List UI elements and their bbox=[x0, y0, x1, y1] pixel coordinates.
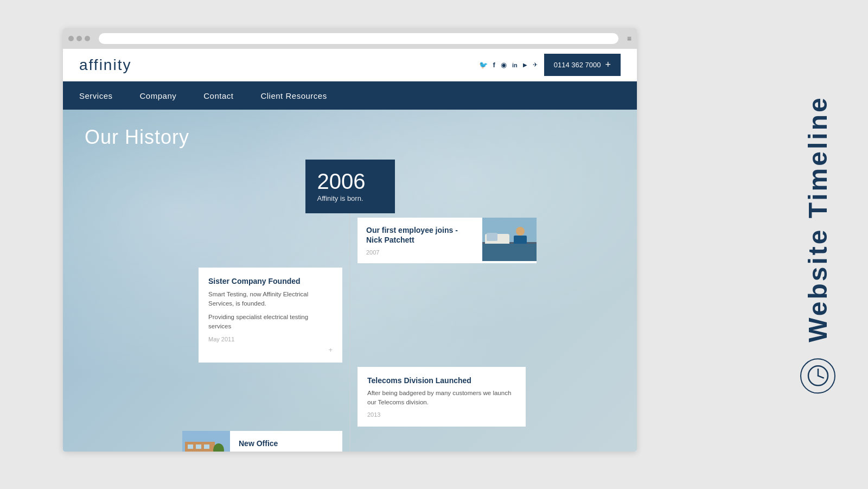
website-content: affinity 🐦 f ◉ in ▶ ✈ 0114 362 7000 + Se… bbox=[63, 49, 637, 452]
facebook-icon[interactable]: f bbox=[493, 61, 495, 69]
timeline-row-sister: Sister Company Founded Smart Testing, no… bbox=[85, 268, 615, 362]
plus-icon: + bbox=[605, 59, 611, 71]
card-first-employee: Our first employee joins - Nick Patchett… bbox=[358, 218, 537, 263]
employee-photo-svg bbox=[482, 218, 537, 261]
youtube-icon[interactable]: ▶ bbox=[523, 62, 527, 68]
timeline-wrapper: 2006 Affinity is born. Our first employe… bbox=[63, 160, 637, 452]
top-right-area: 🐦 f ◉ in ▶ ✈ 0114 362 7000 + bbox=[479, 54, 621, 76]
timeline-row-telecoms: Telecoms Division Launched After being b… bbox=[85, 367, 615, 427]
page-title: Our History bbox=[63, 110, 637, 160]
first-employee-text: Our first employee joins - Nick Patchett… bbox=[358, 218, 482, 263]
twitter-icon[interactable]: 🐦 bbox=[479, 61, 488, 69]
year-card-2006: 2006 Affinity is born. bbox=[305, 160, 395, 213]
clock-icon bbox=[800, 358, 835, 393]
tl-right-first-employee: Our first employee joins - Nick Patchett… bbox=[350, 218, 615, 263]
office-building-photo bbox=[182, 431, 230, 452]
address-bar[interactable] bbox=[99, 33, 618, 44]
top-bar: affinity 🐦 f ◉ in ▶ ✈ 0114 362 7000 + bbox=[63, 49, 637, 81]
nav-client-resources[interactable]: Client Resources bbox=[260, 91, 327, 100]
timeline-row-first-employee: Our first employee joins - Nick Patchett… bbox=[85, 218, 615, 263]
telecoms-title: Telecoms Division Launched bbox=[367, 376, 516, 385]
svg-rect-4 bbox=[514, 236, 527, 246]
phone-button[interactable]: 0114 362 7000 + bbox=[544, 54, 621, 76]
instagram-icon[interactable]: ◉ bbox=[501, 61, 507, 69]
tl-right-telecoms: Telecoms Division Launched After being b… bbox=[350, 367, 615, 427]
nav-services[interactable]: Services bbox=[79, 91, 113, 100]
right-annotation: Website Timeline bbox=[800, 96, 835, 393]
linkedin-icon[interactable]: in bbox=[512, 62, 518, 68]
sister-body2: Providing specialist electrical testing … bbox=[208, 313, 333, 332]
card-sister-company: Sister Company Founded Smart Testing, no… bbox=[199, 268, 342, 362]
nav-bar: Services Company Contact Client Resource… bbox=[63, 81, 637, 110]
dot-red bbox=[68, 36, 74, 41]
dot-green bbox=[85, 36, 90, 41]
card-new-office: New Office As part of recent growth we m… bbox=[182, 431, 342, 452]
new-office-title: New Office bbox=[239, 439, 334, 448]
tl-left-new-office: New Office As part of recent growth we m… bbox=[85, 431, 350, 452]
year-2006-subtitle: Affinity is born. bbox=[317, 194, 383, 202]
svg-rect-2 bbox=[482, 242, 537, 261]
phone-number: 0114 362 7000 bbox=[554, 61, 601, 69]
email-icon[interactable]: ✈ bbox=[533, 61, 538, 68]
sister-body1: Smart Testing, now Affinity Electrical S… bbox=[208, 290, 333, 309]
telecoms-body: After being badgered by many customers w… bbox=[367, 389, 516, 408]
tl-right-empty-2 bbox=[350, 268, 615, 362]
building-svg bbox=[182, 431, 230, 452]
svg-rect-6 bbox=[487, 233, 497, 241]
svg-rect-10 bbox=[188, 444, 193, 449]
timeline-row-2006: 2006 Affinity is born. bbox=[85, 160, 615, 213]
card-telecoms: Telecoms Division Launched After being b… bbox=[358, 367, 526, 427]
clock-svg bbox=[807, 365, 829, 387]
svg-rect-11 bbox=[196, 444, 201, 449]
nav-company[interactable]: Company bbox=[140, 91, 177, 100]
first-employee-title: Our first employee joins - Nick Patchett bbox=[366, 225, 474, 245]
timeline-row-new-office: New Office As part of recent growth we m… bbox=[85, 431, 615, 452]
site-logo: affinity bbox=[79, 56, 131, 74]
new-office-text: New Office As part of recent growth we m… bbox=[230, 431, 342, 452]
tl-left-sister: Sister Company Founded Smart Testing, no… bbox=[85, 268, 350, 362]
nav-contact[interactable]: Contact bbox=[203, 91, 233, 100]
hero-section: Our History 2006 Affinity is born. bbox=[63, 110, 637, 452]
social-icons: 🐦 f ◉ in ▶ ✈ bbox=[479, 61, 538, 69]
year-2006: 2006 bbox=[317, 170, 383, 192]
svg-rect-12 bbox=[204, 444, 209, 449]
browser-toolbar: ≡ bbox=[63, 28, 637, 49]
dot-yellow bbox=[76, 36, 82, 41]
browser-dots bbox=[68, 36, 90, 41]
sister-title: Sister Company Founded bbox=[208, 276, 333, 286]
svg-line-20 bbox=[818, 376, 824, 378]
svg-point-3 bbox=[516, 227, 525, 236]
year-block-2006: 2006 Affinity is born. bbox=[305, 160, 395, 213]
first-employee-photo bbox=[482, 218, 537, 261]
browser-window: ≡ affinity 🐦 f ◉ in ▶ ✈ 0114 362 7000 + bbox=[63, 28, 637, 452]
telecoms-date: 2013 bbox=[367, 411, 516, 418]
sister-expand-button[interactable]: + bbox=[328, 346, 333, 354]
tl-left-empty-1 bbox=[85, 218, 350, 263]
browser-menu-icon[interactable]: ≡ bbox=[627, 34, 631, 43]
first-employee-date: 2007 bbox=[366, 249, 474, 256]
sister-date: May 2011 bbox=[208, 336, 333, 342]
annotation-title: Website Timeline bbox=[803, 96, 833, 342]
